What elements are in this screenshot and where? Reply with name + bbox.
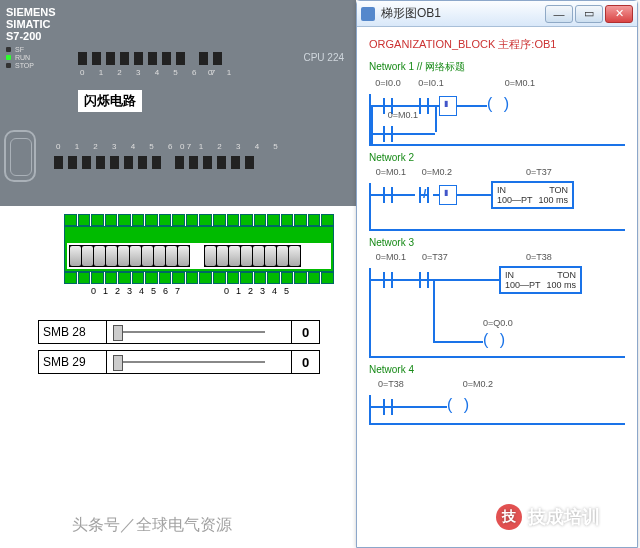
- coil-m01: [487, 97, 509, 115]
- app-icon: [361, 7, 375, 21]
- brand-line3: S7-200: [6, 30, 56, 42]
- plc-panel: SIEMENS SIMATIC S7-200 SF RUN STOP 0 1 2…: [0, 0, 356, 206]
- network-4-rung: [369, 395, 625, 425]
- smb-29-slider[interactable]: [107, 351, 291, 373]
- contact-m01: [379, 185, 397, 205]
- input-numbers-a: 0 1 2 3 4 5 6 7: [80, 68, 221, 77]
- input-leds: [78, 52, 222, 65]
- window-titlebar[interactable]: 梯形图OB1 — ▭ ✕: [357, 1, 637, 27]
- smb-29-label: SMB 29: [39, 351, 107, 373]
- brand-line1: SIEMENS: [6, 6, 56, 18]
- terminal-block: 01234567 012345: [64, 214, 334, 304]
- ob-title: ORGANIZATION_BLOCK 主程序:OB1: [369, 37, 625, 52]
- smb-28-row: SMB 28 0: [38, 320, 320, 344]
- watermark-source: 头条号／全球电气资源: [72, 515, 232, 536]
- network-3-title: Network 3: [369, 237, 625, 248]
- terminal-numbers: 01234567 012345: [64, 286, 334, 296]
- smb-28-slider[interactable]: [107, 321, 291, 343]
- brand-line2: SIMATIC: [6, 18, 56, 30]
- coil-q00: [483, 333, 505, 351]
- smb-29-value: 0: [291, 351, 319, 373]
- output-leds: [54, 156, 254, 169]
- network-2-title: Network 2: [369, 152, 625, 163]
- serial-port-icon: [4, 130, 36, 182]
- maximize-button[interactable]: ▭: [575, 5, 603, 23]
- watermark-brand: 技 技成培训: [496, 504, 600, 530]
- ncontact-m02: [415, 185, 433, 205]
- timer-t38: INTON 100—PT100 ms: [499, 266, 582, 294]
- network-1-title: Network 1 // 网络标题: [369, 60, 625, 74]
- window-title: 梯形图OB1: [381, 5, 539, 22]
- contact-m01-branch: [379, 124, 397, 144]
- output-numbers-a: 0 1 2 3 4 5 6 7: [56, 142, 197, 151]
- pulse-contact-2: [439, 185, 457, 205]
- ladder-window: 梯形图OB1 — ▭ ✕ ORGANIZATION_BLOCK 主程序:OB1 …: [356, 0, 638, 548]
- contact-t37: [415, 270, 433, 290]
- output-numbers-b: 0 1 2 3 4 5: [180, 142, 284, 151]
- timer-t37: INTON 100—PT100 ms: [491, 181, 574, 209]
- ladder-body[interactable]: ORGANIZATION_BLOCK 主程序:OB1 Network 1 // …: [357, 27, 637, 547]
- cpu-label: CPU 224: [303, 52, 344, 63]
- network-2-rung: INTON 100—PT100 ms: [369, 183, 625, 231]
- smb-29-row: SMB 29 0: [38, 350, 320, 374]
- contact-t38: [379, 397, 397, 417]
- close-button[interactable]: ✕: [605, 5, 633, 23]
- pulse-contact: [439, 96, 457, 116]
- flash-circuit-label: 闪烁电路: [78, 90, 142, 112]
- smb-28-label: SMB 28: [39, 321, 107, 343]
- network-4-title: Network 4: [369, 364, 625, 375]
- input-numbers-b: 0 1: [208, 68, 237, 77]
- network-1-rung: 0=M0.1: [369, 94, 625, 146]
- plc-brand: SIEMENS SIMATIC S7-200: [6, 6, 56, 42]
- watermark-icon: 技: [496, 504, 522, 530]
- status-leds: SF RUN STOP: [6, 46, 34, 70]
- contact-m01-n3: [379, 270, 397, 290]
- smb-28-value: 0: [291, 321, 319, 343]
- network-3-rung: INTON 100—PT100 ms 0=Q0.0: [369, 268, 625, 358]
- minimize-button[interactable]: —: [545, 5, 573, 23]
- coil-m02: [447, 398, 469, 416]
